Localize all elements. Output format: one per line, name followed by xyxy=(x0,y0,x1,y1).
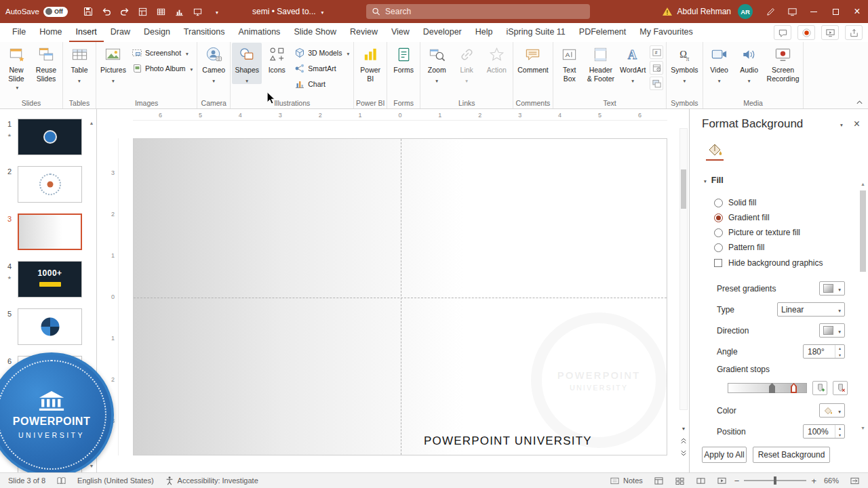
record-button[interactable] xyxy=(797,25,815,40)
comments-button[interactable] xyxy=(774,25,791,40)
accessibility-checker[interactable]: Accessibility: Investigate xyxy=(159,473,264,488)
thumbnail-item-1[interactable]: 1 xyxy=(1,119,82,155)
slideshow-view-button[interactable] xyxy=(711,473,732,488)
minimize-button[interactable] xyxy=(803,0,825,23)
symbols-button[interactable]: Ωπ Symbols xyxy=(668,43,701,84)
thumbnail-item-3[interactable]: 3 xyxy=(1,214,82,250)
collapse-ribbon-button[interactable] xyxy=(856,99,863,106)
new-slide-button[interactable]: New Slide xyxy=(1,43,31,92)
share-button[interactable] xyxy=(845,25,863,40)
tab-transitions[interactable]: Transitions xyxy=(177,23,232,42)
forms-button[interactable]: Forms xyxy=(389,43,418,75)
autosave-toggle[interactable]: AutoSave Off xyxy=(5,0,68,23)
tab-ispring-suite[interactable]: iSpring Suite 11 xyxy=(500,23,572,42)
shapes-button[interactable]: Shapes xyxy=(232,43,262,84)
screenshot-button[interactable]: Screenshot xyxy=(129,45,195,60)
hide-background-checkbox[interactable]: Hide background graphics xyxy=(714,258,823,268)
zoom-level[interactable]: 66% xyxy=(818,473,844,488)
canvas-scrollbar[interactable] xyxy=(679,128,688,410)
search-box[interactable] xyxy=(366,4,590,19)
slide-2-thumbnail[interactable] xyxy=(18,166,82,203)
redo-button[interactable] xyxy=(115,0,134,23)
pattern-fill-option[interactable]: Pattern fill xyxy=(714,243,764,252)
video-button[interactable]: Video xyxy=(705,43,734,84)
gradient-stop[interactable] xyxy=(769,383,775,393)
date-time-button[interactable] xyxy=(650,61,663,75)
scrollbar-thumb[interactable] xyxy=(681,169,686,209)
fill-tab[interactable] xyxy=(706,142,724,161)
gradient-fill-option[interactable]: Gradient fill xyxy=(714,213,770,222)
zoom-slider[interactable] xyxy=(744,480,806,481)
pane-scroll-up-button[interactable] xyxy=(859,180,867,188)
preset-gradients-dropdown[interactable] xyxy=(819,281,845,296)
tab-my-favourites[interactable]: My Favourites xyxy=(633,23,700,42)
close-button[interactable] xyxy=(846,0,868,23)
thumbnail-item-2[interactable]: 2 xyxy=(1,166,82,203)
power-bi-button[interactable]: Power BI xyxy=(355,43,385,83)
screen-recording-button[interactable]: Screen Recording xyxy=(764,43,802,83)
slide-title-text[interactable]: POWERPOINT UNIVERSITY xyxy=(424,434,592,448)
cameo-button[interactable]: Cameo xyxy=(199,43,229,84)
add-gradient-stop-button[interactable] xyxy=(812,381,827,395)
spin-down-icon[interactable] xyxy=(835,432,844,439)
tab-pdfelement[interactable]: PDFelement xyxy=(572,23,633,42)
pane-close-button[interactable] xyxy=(854,119,860,129)
tab-file[interactable]: File xyxy=(5,23,33,42)
gradient-stop-selected[interactable] xyxy=(791,383,797,393)
chart-button[interactable]: Chart xyxy=(292,76,352,92)
slide-3-thumbnail[interactable] xyxy=(18,214,82,250)
zoom-out-button[interactable] xyxy=(732,473,742,488)
tab-help[interactable]: Help xyxy=(469,23,500,42)
reading-view-button[interactable] xyxy=(690,473,711,488)
spellcheck-button[interactable] xyxy=(51,473,72,488)
3d-models-button[interactable]: 3D Models xyxy=(292,45,352,60)
scroll-down-button[interactable] xyxy=(679,424,688,433)
spin-up-icon[interactable] xyxy=(835,345,844,352)
qat-overflow-button[interactable] xyxy=(207,0,225,23)
reset-background-button[interactable]: Reset Background xyxy=(753,447,830,463)
tab-review[interactable]: Review xyxy=(343,23,384,42)
slide-5-thumbnail[interactable] xyxy=(18,308,82,345)
pane-scrollbar-thumb[interactable] xyxy=(860,190,866,272)
fit-slide-button[interactable] xyxy=(844,473,865,488)
zoom-slider-thumb[interactable] xyxy=(774,476,776,485)
document-title[interactable]: semi • Saved to... xyxy=(252,0,323,23)
fill-section-header[interactable]: Fill xyxy=(702,176,724,185)
remove-gradient-stop-button[interactable] xyxy=(833,381,848,395)
chart-qat-button[interactable] xyxy=(170,0,189,23)
insert-object-button[interactable] xyxy=(650,77,663,90)
notes-button[interactable]: Notes xyxy=(604,473,648,488)
apply-to-all-button[interactable]: Apply to All xyxy=(702,447,747,463)
direction-dropdown[interactable] xyxy=(819,323,845,338)
zoom-in-button[interactable] xyxy=(809,473,818,488)
previous-slide-button[interactable] xyxy=(679,436,688,445)
layout-qat-button[interactable] xyxy=(134,0,152,23)
slide-1-thumbnail[interactable] xyxy=(18,119,82,155)
thumbnails-scroll-up-button[interactable] xyxy=(87,119,96,127)
position-spinner[interactable]: 100% xyxy=(803,424,845,439)
search-input[interactable] xyxy=(385,7,585,16)
tab-view[interactable]: View xyxy=(384,23,416,42)
color-dropdown[interactable] xyxy=(819,403,845,418)
tab-design[interactable]: Design xyxy=(137,23,177,42)
pane-scrollbar[interactable] xyxy=(859,180,867,432)
tab-developer[interactable]: Developer xyxy=(416,23,469,42)
warning-icon[interactable] xyxy=(662,7,673,16)
angle-spinner[interactable]: 180° xyxy=(803,344,845,359)
wordart-button[interactable]: A WordArt xyxy=(617,43,648,84)
next-slide-button[interactable] xyxy=(679,449,688,458)
present-button[interactable] xyxy=(821,25,839,40)
gradient-stops-bar[interactable] xyxy=(728,383,807,393)
reuse-slides-button[interactable]: Reuse Slides xyxy=(31,43,61,83)
thumbnail-item-4[interactable]: 4 1000+ xyxy=(1,261,82,298)
avatar[interactable]: AR xyxy=(738,4,753,19)
tab-insert[interactable]: Insert xyxy=(69,23,104,42)
icons-button[interactable]: Icons xyxy=(262,43,292,75)
normal-view-button[interactable] xyxy=(648,473,669,488)
table-button[interactable]: Table xyxy=(64,43,94,84)
photo-album-button[interactable]: Photo Album xyxy=(129,60,195,76)
comment-button[interactable]: Comment xyxy=(515,43,551,75)
inking-button[interactable] xyxy=(760,0,781,23)
autosave-switch[interactable]: Off xyxy=(43,7,68,17)
spin-down-icon[interactable] xyxy=(835,352,844,359)
